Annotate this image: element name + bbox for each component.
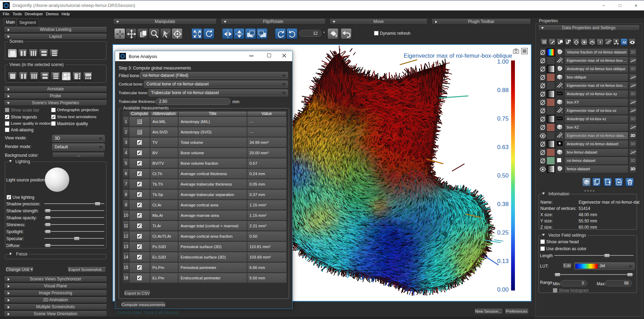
svg-text:All: All (622, 41, 626, 44)
